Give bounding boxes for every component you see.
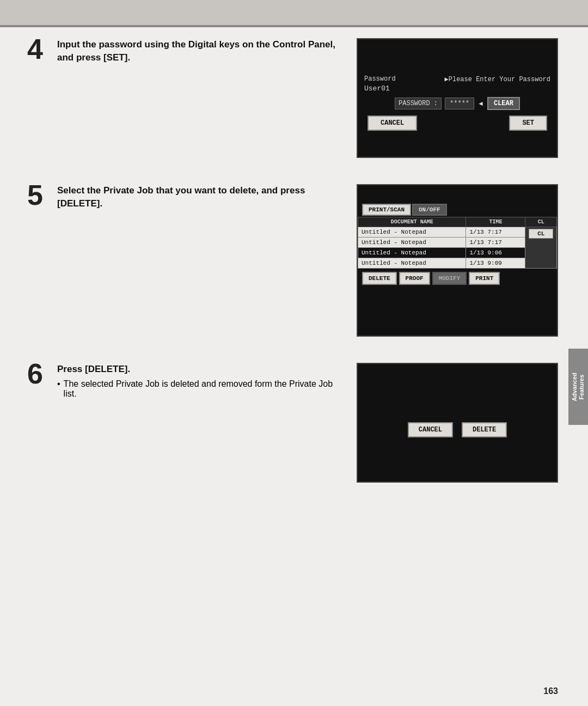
doc-time-1: 1/13 7:17: [466, 227, 525, 238]
delete-confirm-btn[interactable]: DELETE: [462, 422, 507, 437]
step-6-title: Press [DELETE].: [57, 363, 339, 376]
password-label: Password: [364, 75, 396, 83]
step-5-section: 5 Select the Private Job that you want t…: [27, 184, 558, 337]
panel-doclist: PRINT/SCAN ON/OFF DOCUMENT NAME TIME CL …: [357, 184, 558, 337]
cl-button[interactable]: CL: [529, 229, 553, 239]
doc-name-1: Untitled - Notepad: [358, 227, 466, 238]
top-bar: [0, 0, 588, 27]
step-5-number: 5: [27, 181, 57, 209]
tab-print-scan[interactable]: PRINT/SCAN: [362, 204, 411, 216]
panel-password: Password ▶Please Enter Your Password Use…: [357, 38, 558, 158]
step-6-bullet: • The selected Private Job is deleted an…: [57, 379, 339, 399]
step-4-section: 4 Input the password using the Digital k…: [27, 38, 558, 158]
page-number: 163: [543, 686, 558, 696]
step-4-content: Input the password using the Digital key…: [57, 38, 339, 68]
user-row: User01: [364, 84, 550, 93]
password-info-row: Password ▶Please Enter Your Password: [364, 75, 550, 83]
set-button[interactable]: SET: [509, 115, 547, 131]
col-doc-name: DOCUMENT NAME: [358, 217, 466, 227]
doc-time-2: 1/13 7:17: [466, 238, 525, 248]
step-6-content: Press [DELETE]. • The selected Private J…: [57, 363, 339, 399]
side-tab: AdvancedFeatures: [568, 349, 588, 425]
step-4-number: 4: [27, 35, 57, 63]
bullet-dot: •: [57, 379, 60, 399]
top-bar-line: [0, 25, 588, 27]
screen-top-black: [364, 45, 550, 72]
step-5-content: Select the Private Job that you want to …: [57, 184, 339, 214]
pw-field-label: PASSWORD :: [395, 98, 442, 109]
step-5-title: Select the Private Job that you want to …: [57, 184, 339, 210]
tabs-row: PRINT/SCAN ON/OFF: [358, 202, 557, 216]
table-row[interactable]: Untitled - Notepad 1/13 7:17 CL: [358, 227, 557, 238]
delete-btn-p2[interactable]: DELETE: [362, 272, 397, 285]
step-6-number: 6: [27, 360, 57, 388]
panel1-buttons: CANCEL SET: [364, 115, 550, 131]
proof-btn[interactable]: PROOF: [399, 272, 430, 285]
main-content: 4 Input the password using the Digital k…: [27, 38, 558, 679]
document-table: DOCUMENT NAME TIME CL Untitled - Notepad…: [358, 217, 557, 269]
side-tab-label: AdvancedFeatures: [571, 373, 585, 401]
delete-buttons: CANCEL DELETE: [364, 422, 550, 437]
col-cl: CL: [525, 217, 557, 227]
cancel-button-p3[interactable]: CANCEL: [408, 422, 453, 437]
delete-top-black: [358, 364, 557, 397]
delete-content: Delete ? CANCEL DELETE: [358, 397, 557, 442]
step-4-title: Input the password using the Digital key…: [57, 38, 339, 64]
panel-delete: Delete ? CANCEL DELETE: [357, 363, 558, 483]
cancel-button-p1[interactable]: CANCEL: [367, 115, 417, 131]
print-btn[interactable]: PRINT: [469, 272, 500, 285]
doclist-top-black: [358, 185, 557, 202]
bottom-buttons: DELETE PROOF MODIFY PRINT: [358, 269, 557, 288]
delete-question: Delete ?: [364, 405, 550, 413]
password-prompt: ▶Please Enter Your Password: [445, 75, 550, 83]
clear-button[interactable]: CLEAR: [487, 97, 520, 110]
bullet-text: The selected Private Job is deleted and …: [64, 379, 339, 399]
doc-time-4: 1/13 9:09: [466, 258, 525, 269]
doc-name-3: Untitled - Notepad: [358, 248, 466, 258]
step-6-section: 6 Press [DELETE]. • The selected Private…: [27, 363, 558, 483]
doc-time-3: 1/13 9:06: [466, 248, 525, 258]
col-time: TIME: [466, 217, 525, 227]
pw-arrow: ◄: [477, 100, 484, 107]
password-input-row: PASSWORD : ***** ◄ CLEAR: [364, 97, 550, 110]
tab-on-off[interactable]: ON/OFF: [412, 204, 447, 216]
doc-name-4: Untitled - Notepad: [358, 258, 466, 269]
doc-name-2: Untitled - Notepad: [358, 238, 466, 248]
pw-dots: *****: [445, 98, 474, 109]
modify-btn[interactable]: MODIFY: [432, 272, 467, 285]
